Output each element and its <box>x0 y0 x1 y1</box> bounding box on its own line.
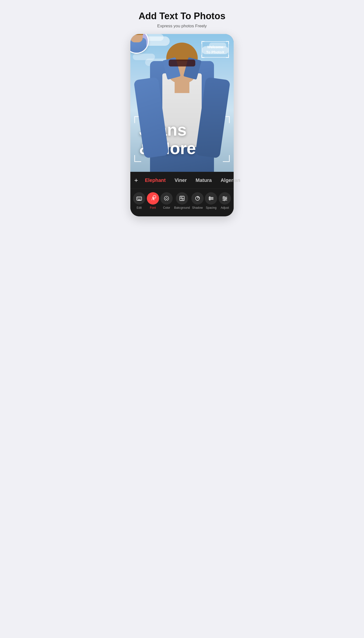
corner-tr <box>226 41 229 44</box>
corner-bl <box>202 55 204 58</box>
svg-line-23 <box>198 197 199 198</box>
shadow-label: Shadow <box>192 206 203 209</box>
add-font-button[interactable]: + <box>134 176 138 185</box>
adjust-icon-bg <box>219 192 231 205</box>
background-icon <box>179 195 185 202</box>
shadow-icon-bg <box>191 192 204 205</box>
page-container: Add Text To Photos Express you photos Fr… <box>123 5 241 216</box>
tool-color[interactable]: Color <box>160 192 173 209</box>
svg-point-15 <box>167 198 168 199</box>
background-icon-bg <box>176 192 188 205</box>
svg-line-20 <box>182 199 184 200</box>
welcome-line1: Welcome <box>207 45 223 49</box>
font-algerian[interactable]: Algerian <box>216 177 245 183</box>
spacing-label: Spacing <box>206 206 216 209</box>
page-subtitle: Express you photos Freely <box>157 24 206 29</box>
spacing-icon-bg <box>205 192 217 205</box>
adjust-icon <box>222 195 228 202</box>
welcome-line2: To Photo <box>206 50 222 54</box>
tool-font[interactable]: A a Font <box>147 192 159 209</box>
corner-br <box>226 55 229 58</box>
tool-background[interactable]: Bakcground <box>174 192 190 209</box>
font-viner[interactable]: Viner <box>170 177 191 183</box>
bracket-bl <box>134 155 141 162</box>
bracket-br <box>223 155 230 162</box>
welcome-text-box: Welcome To PhotoX <box>202 41 229 58</box>
adjust-label: Adjust <box>220 206 229 209</box>
font-selector-row: + Elephant Viner Matura Algerian <box>130 176 234 189</box>
color-icon-bg <box>160 192 173 205</box>
edit-icon-bg <box>133 192 145 205</box>
person-glasses <box>169 60 195 67</box>
background-label: Bakcground <box>174 206 190 209</box>
shadow-icon <box>194 195 201 202</box>
font-icon: A a <box>150 195 156 202</box>
welcome-x: X <box>222 50 224 54</box>
tool-icons-row: Edit A a Font <box>130 189 234 210</box>
font-icon-bg: A a <box>147 192 159 205</box>
svg-point-14 <box>166 197 167 198</box>
svg-point-13 <box>165 198 166 199</box>
font-label: Font <box>150 206 156 209</box>
spacing-icon <box>208 195 214 202</box>
avatar-hair <box>130 34 143 35</box>
keyboard-icon <box>136 195 142 202</box>
phone-frame: Welcome To PhotoX Jeans & More + <box>130 34 234 216</box>
font-elephant[interactable]: Elephant <box>140 177 170 183</box>
svg-point-33 <box>223 196 224 198</box>
photo-area: Welcome To PhotoX Jeans & More <box>130 34 234 172</box>
font-matura[interactable]: Matura <box>191 177 216 183</box>
page-title: Add Text To Photos <box>138 11 225 22</box>
svg-text:a: a <box>154 196 155 198</box>
toolbar-area: + Elephant Viner Matura Algerian <box>130 172 234 216</box>
avatar-circle <box>130 34 149 54</box>
tool-spacing[interactable]: Spacing <box>205 192 217 209</box>
svg-point-35 <box>224 199 225 201</box>
svg-point-34 <box>225 198 226 199</box>
edit-label: Edit <box>137 206 142 209</box>
tool-shadow[interactable]: Shadow <box>191 192 204 209</box>
color-label: Color <box>163 206 170 209</box>
avatar-head <box>130 34 143 42</box>
svg-line-19 <box>180 197 182 198</box>
tool-edit[interactable]: Edit <box>133 192 145 209</box>
color-icon <box>163 195 170 202</box>
tool-adjust[interactable]: Adjust <box>219 192 231 209</box>
corner-tl <box>202 41 204 44</box>
